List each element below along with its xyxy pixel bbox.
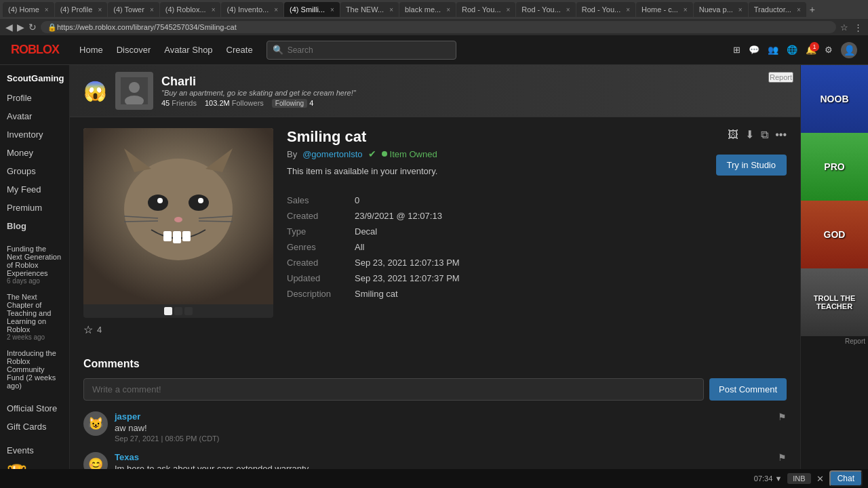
comment-date-jasper: Sep 27, 2021 | 08:05 PM (CDT)	[115, 434, 771, 443]
comment-input-row: Post Comment	[83, 378, 787, 401]
tab-tower[interactable]: (4) Tower×	[108, 2, 159, 17]
description-value: Smiling cat	[355, 286, 787, 302]
globe-icon[interactable]: 🌐	[787, 45, 797, 55]
tab-rod3[interactable]: Rod - You...×	[576, 2, 635, 17]
tab-rod1[interactable]: Rod - You...×	[456, 2, 515, 17]
sidebar-item-avatar[interactable]: Avatar	[0, 107, 69, 125]
tab-traductor[interactable]: Traductor...×	[749, 2, 806, 17]
bookmark-icon[interactable]: ☆	[840, 22, 848, 33]
nav-home[interactable]: Home	[79, 45, 103, 55]
sidebar-item-money[interactable]: Money	[0, 144, 69, 162]
tab-inventory[interactable]: (4) Invento...×	[221, 2, 283, 17]
svg-rect-13	[173, 231, 181, 243]
profile-quote: "Buy an apartment, go ice skating and ge…	[161, 89, 787, 97]
tab-new[interactable]: The NEW...×	[340, 2, 399, 17]
roblox-logo[interactable]: ROBLOX	[11, 43, 59, 57]
svg-rect-12	[163, 231, 172, 241]
sidebar-item-events[interactable]: Events	[0, 441, 69, 460]
friends-icon[interactable]: 👥	[768, 45, 778, 55]
post-comment-button[interactable]: Post Comment	[709, 378, 787, 401]
profile-banner: 😱 Charli "Buy an apartment, go ice skati…	[70, 65, 800, 117]
comment-username-jasper[interactable]: jasper	[115, 411, 140, 422]
image-icon[interactable]: 🖼	[728, 129, 738, 141]
star-icon[interactable]: ☆	[83, 323, 93, 336]
close-inb-button[interactable]: ✕	[816, 474, 824, 484]
by-label: By	[287, 149, 297, 159]
nav-right-icons: ⊞ 💬 👥 🌐 🔔 1 ⚙ 👤	[733, 42, 857, 58]
svg-point-4	[124, 159, 233, 260]
thumbnail-dot-2[interactable]	[174, 307, 182, 315]
svg-point-9	[157, 198, 163, 203]
chat-button[interactable]: Chat	[829, 470, 863, 487]
item-star-row: ☆ 4	[83, 323, 273, 336]
download-icon[interactable]: ⬇	[745, 128, 754, 141]
nav-discover[interactable]: Discover	[117, 45, 151, 55]
url-bar[interactable]: 🔒 https://web.roblox.com/library/7545257…	[41, 21, 836, 33]
ad-noob-label: NOOB	[821, 94, 849, 104]
tab-rod2[interactable]: Rod - You...×	[516, 2, 575, 17]
sidebar-item-groups[interactable]: Groups	[0, 162, 69, 180]
item-owned-badge: Item Owned	[382, 149, 437, 159]
blog-post-3[interactable]: Introducing the Roblox Community Fund (2…	[0, 345, 69, 394]
created-short-value: 23/9/2021 @ 12:07:13	[355, 208, 787, 224]
created-short-label: Created	[287, 208, 355, 224]
settings-cog-icon[interactable]: ⚙	[825, 45, 833, 55]
item-section: ☆ 4 Smiling cat 🖼 ⬇ ⧉ ••• By @	[70, 117, 800, 347]
svg-point-8	[189, 195, 209, 211]
comment-item-jasper: 😺 jasper aw naw! Sep 27, 2021 | 08:05 PM…	[83, 411, 787, 443]
new-tab-button[interactable]: +	[810, 4, 815, 15]
search-input[interactable]	[288, 45, 450, 55]
back-button[interactable]: ◀	[5, 22, 13, 33]
tab-home[interactable]: (4) Home×	[3, 2, 54, 17]
comment-username-texas[interactable]: Texas	[115, 452, 139, 462]
chat-icon[interactable]: 💬	[749, 45, 760, 55]
tab-smiling-cat[interactable]: (4) Smilli...×	[284, 2, 340, 17]
forward-button[interactable]: ▶	[17, 22, 24, 33]
user-avatar-icon[interactable]: 👤	[841, 42, 857, 58]
sidebar-item-official-store[interactable]: Official Store	[0, 399, 69, 418]
item-creator-link[interactable]: @gomertonlsto	[302, 149, 362, 159]
sidebar-item-gift-cards[interactable]: Gift Cards	[0, 418, 69, 436]
flag-icon-jasper[interactable]: ⚑	[778, 411, 787, 443]
nav-create[interactable]: Create	[226, 45, 253, 55]
blog-post-2[interactable]: The Next Chapter of Teaching and Learnin…	[0, 289, 69, 345]
tab-profile[interactable]: (4) Profile×	[55, 2, 108, 17]
grid-icon[interactable]: ⊞	[733, 45, 741, 55]
try-studio-button[interactable]: Try in Studio	[716, 155, 787, 176]
updated-row: Updated Sep 23, 2021 12:07:37 PM	[287, 270, 787, 286]
item-available-text: This item is available in your inventory…	[287, 166, 437, 176]
tab-home2[interactable]: Home - c...×	[636, 2, 693, 17]
reload-button[interactable]: ↻	[28, 22, 37, 33]
sidebar-item-inventory[interactable]: Inventory	[0, 125, 69, 144]
sidebar-item-premium[interactable]: Premium	[0, 199, 69, 217]
tab-nueva[interactable]: Nueva p...×	[694, 2, 748, 17]
report-button[interactable]: Report	[768, 72, 793, 83]
inb-badge[interactable]: INB	[787, 473, 810, 484]
profile-name: Charli	[161, 75, 787, 89]
content-area: 😱 Charli "Buy an apartment, go ice skati…	[70, 65, 800, 488]
item-image-area: ☆ 4	[83, 128, 273, 336]
type-value: Decal	[355, 224, 787, 239]
sidebar-username[interactable]: ScoutGaming	[0, 68, 69, 89]
tab-roblox[interactable]: (4) Roblox...×	[160, 2, 221, 17]
thumbnail-dot-1[interactable]	[164, 307, 172, 315]
nav-avatar-shop[interactable]: Avatar Shop	[164, 45, 212, 55]
comment-text-jasper: aw naw!	[115, 423, 771, 433]
comment-avatar-jasper: 😺	[83, 411, 108, 436]
comment-content-jasper: jasper aw naw! Sep 27, 2021 | 08:05 PM (…	[115, 411, 771, 443]
blog-post-1[interactable]: Funding the Next Generation of Roblox Ex…	[0, 241, 69, 289]
comment-input[interactable]	[83, 378, 704, 401]
sidebar-item-blog[interactable]: Blog	[0, 217, 69, 235]
more-icon[interactable]: •••	[775, 129, 787, 141]
svg-line-18	[199, 221, 233, 222]
ad-report-label[interactable]: Report	[801, 336, 868, 346]
settings-icon[interactable]: ⋮	[854, 22, 863, 33]
tab-black[interactable]: black me...×	[399, 2, 456, 17]
sidebar-item-profile[interactable]: Profile	[0, 89, 69, 107]
svg-point-11	[174, 217, 182, 222]
search-box[interactable]: 🔍	[267, 41, 456, 60]
thumbnail-dot-3[interactable]	[184, 307, 193, 315]
notification-bell[interactable]: 🔔 1	[806, 45, 816, 55]
share-icon[interactable]: ⧉	[761, 129, 768, 141]
sidebar-item-myfeed[interactable]: My Feed	[0, 180, 69, 199]
